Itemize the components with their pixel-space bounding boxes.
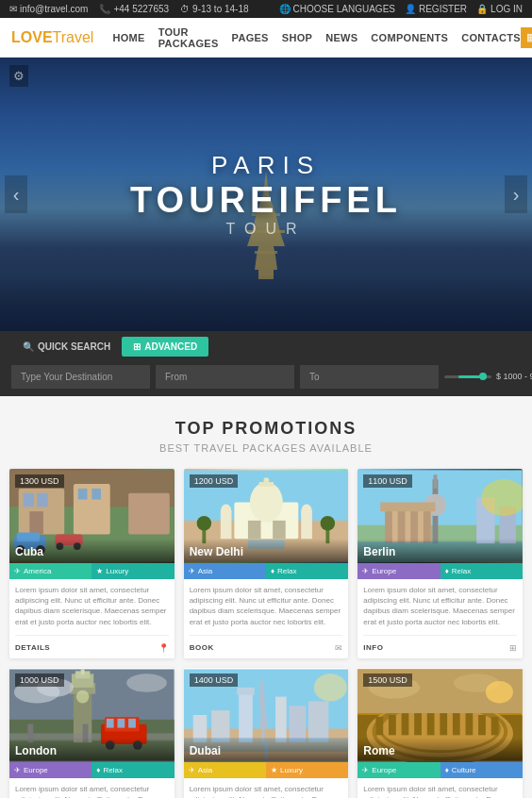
phone-info: 📞 +44 5227653 [99, 4, 169, 14]
search-tabs: 🔍 QUICK SEARCH ⊞ ADVANCED [0, 331, 532, 357]
svg-rect-13 [128, 493, 170, 535]
svg-point-37 [320, 516, 335, 531]
svg-rect-79 [237, 688, 254, 695]
card-name-cuba: Cuba [15, 545, 43, 558]
card-tag2-cuba: ★ Luxury [91, 563, 174, 579]
advanced-search-tab[interactable]: ⊞ ADVANCED [122, 337, 208, 357]
divider [363, 635, 517, 636]
plane-icon: ✈ [362, 766, 369, 774]
card-name-delhi: New Delhi [190, 545, 243, 558]
star-icon: ★ [271, 766, 277, 774]
card-tag1-rome: ✈ Europe [357, 762, 440, 778]
destination-input[interactable] [11, 365, 150, 389]
clock-icon: ⏱ [180, 4, 190, 14]
nav-icon-grid[interactable]: ▦ [521, 27, 532, 48]
svg-rect-31 [248, 521, 261, 539]
hero-section: ⚙ PARIS TOUREIFFEL TOUR ‹ › [0, 58, 532, 331]
svg-point-86 [313, 673, 346, 701]
svg-rect-94 [402, 713, 409, 735]
svg-rect-92 [376, 717, 384, 735]
from-input[interactable] [156, 365, 294, 389]
range-track[interactable] [444, 375, 491, 378]
card-name-overlay-cuba: Cuba [9, 539, 175, 563]
price-label: $ 1000 - 9000 [496, 372, 532, 381]
card-name-overlay-berlin: Berlin [357, 539, 523, 563]
lock-icon: 🔒 [476, 4, 488, 14]
card-tag1-london: ✈ Europe [9, 762, 91, 778]
nav-components[interactable]: COMPONENTS [371, 32, 448, 43]
nav-home[interactable]: HOME [112, 32, 144, 43]
register-link[interactable]: 👤 REGISTER [405, 4, 467, 14]
card-image-dubai: 1400 USD Dubai [184, 668, 349, 762]
card-tags-berlin: ✈ Europe ♦ Relax [357, 563, 523, 579]
card-desc-berlin: Lorem ipsum dolor sit amet, consectetur … [357, 579, 523, 631]
svg-rect-68 [117, 719, 125, 728]
plane-icon: ✈ [189, 567, 195, 575]
card-tag2-rome: ♦ Culture [441, 762, 523, 778]
card-action1-cuba[interactable]: DETAILS [15, 643, 50, 652]
gear-icon[interactable]: ⚙ [9, 65, 28, 87]
plane-icon: ✈ [189, 766, 195, 774]
next-arrow[interactable]: › [505, 175, 527, 213]
svg-rect-11 [78, 489, 88, 500]
card-name-london: London [15, 744, 57, 757]
nav-contacts[interactable]: CONTACTS [461, 32, 521, 43]
svg-rect-69 [128, 719, 136, 728]
card-action1-delhi[interactable]: BOOK [190, 643, 214, 652]
svg-rect-7 [24, 493, 35, 507]
prev-arrow[interactable]: ‹ [5, 175, 27, 213]
leaf-icon: ♦ [271, 567, 274, 575]
card-name-berlin: Berlin [363, 545, 395, 558]
card-image-berlin: 1100 USD Berlin [357, 469, 523, 563]
card-action2-cuba[interactable]: 📍 [158, 643, 169, 653]
card-desc-cuba: Lorem ipsum dolor sit amet, consectetur … [9, 579, 175, 631]
login-link[interactable]: 🔒 LOG IN [476, 4, 523, 14]
svg-rect-9 [29, 511, 43, 534]
cards-grid: 1300 USD Cuba ✈ America ★ Luxury Lorem i… [0, 469, 532, 798]
card-action2-berlin[interactable]: ⊞ [509, 643, 517, 653]
card-tags-london: ✈ Europe ♦ Relax [9, 762, 175, 778]
nav-pages[interactable]: PAGES [232, 32, 269, 43]
card-price-dubai: 1400 USD [190, 673, 239, 687]
card-price-cuba: 1300 USD [15, 474, 64, 488]
email-icon: ✉ [9, 4, 17, 14]
price-range: $ 1000 - 9000 [444, 372, 532, 381]
card-tag1-cuba: ✈ America [9, 563, 91, 579]
nav-news[interactable]: NEWS [325, 32, 357, 43]
card-actions-delhi: BOOK ✉ [184, 640, 349, 658]
card-name-dubai: Dubai [190, 744, 221, 757]
hero-tagline: TOUR [225, 221, 306, 237]
card-action2-delhi[interactable]: ✉ [335, 643, 342, 653]
card-desc-delhi: Lorem ipsum dolor sit amet, consectetur … [184, 579, 349, 631]
card-tags-dubai: ✈ Asia ★ Luxury [184, 762, 349, 778]
quick-search-tab[interactable]: 🔍 QUICK SEARCH [11, 337, 122, 357]
card-tags-delhi: ✈ Asia ♦ Relax [184, 563, 349, 579]
to-input[interactable] [300, 365, 439, 389]
card-tag1-dubai: ✈ Asia [184, 762, 266, 778]
nav-shop[interactable]: SHOP [282, 32, 312, 43]
card-price-delhi: 1200 USD [190, 474, 239, 488]
card-delhi: 1200 USD New Delhi ✈ Asia ♦ Relax Lorem … [184, 469, 349, 658]
card-name-rome: Rome [363, 744, 394, 757]
plane-icon: ✈ [14, 766, 21, 774]
card-actions-berlin: INFO ⊞ [357, 640, 523, 658]
plane-icon: ✈ [14, 567, 21, 575]
range-thumb[interactable] [479, 373, 487, 380]
svg-rect-32 [273, 521, 286, 539]
culture-icon: ♦ [445, 766, 449, 774]
card-desc-dubai: Lorem ipsum dolor sit amet, consectetur … [184, 778, 349, 798]
svg-point-105 [486, 681, 513, 703]
logo[interactable]: LOVETravel [11, 29, 93, 46]
nav-tour-packages[interactable]: TOUR PACKAGES [158, 26, 219, 49]
card-dubai: 1400 USD Dubai ✈ Asia ★ Luxury Lorem ips… [184, 668, 349, 798]
card-action1-berlin[interactable]: INFO [363, 643, 383, 652]
hours-info: ⏱ 9-13 to 14-18 [180, 4, 249, 14]
card-tag2-delhi: ♦ Relax [266, 563, 348, 579]
svg-rect-12 [91, 489, 101, 500]
languages-link[interactable]: 🌐 CHOOSE LANGUAGES [279, 4, 395, 14]
main-nav: LOVETravel HOME TOUR PACKAGES PAGES SHOP… [0, 18, 532, 58]
card-desc-london: Lorem ipsum dolor sit amet, consectetur … [9, 778, 175, 798]
svg-rect-78 [239, 691, 253, 741]
svg-rect-67 [107, 719, 114, 728]
card-tags-rome: ✈ Europe ♦ Culture [357, 762, 523, 778]
